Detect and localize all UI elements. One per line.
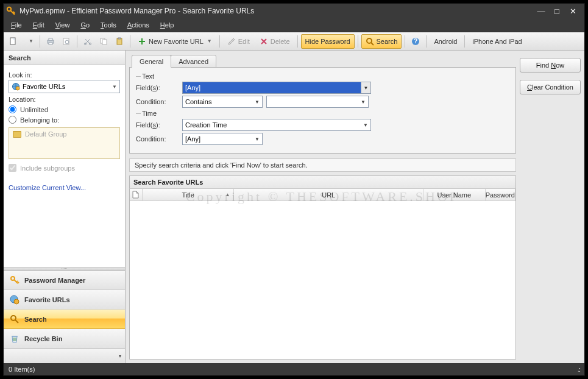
new-favorite-url-button[interactable]: New Favorite URL ▼ [133,34,216,49]
android-button[interactable]: Android [430,34,461,49]
radio-unlimited[interactable]: Unlimited [9,105,120,113]
globe-lock-icon [10,295,19,305]
open-button[interactable]: ▼ [22,34,37,49]
text-fields-combo[interactable]: [Any] ▼ [182,82,371,94]
paste-button[interactable] [112,34,127,49]
title-bar: MyPwd.epmw - Efficient Password Manager … [4,4,584,18]
text-fields-value: [Any] [185,84,200,91]
fieldset-time: Time Field(s): Creation Time▼ Condition: [136,110,509,145]
include-subgroups-check[interactable]: Include subgroups [9,164,120,172]
menu-go[interactable]: Go [76,19,94,30]
radio-unlimited-label: Unlimited [20,106,48,113]
nav-search-label: Search [24,316,47,323]
time-fields-combo[interactable]: Creation Time▼ [182,119,371,131]
col-password[interactable]: Password [486,189,515,200]
toolbar-separator [358,35,358,48]
app-window: MyPwd.epmw - Efficient Password Manager … [3,3,585,376]
find-now-button[interactable]: Find Now [520,58,581,73]
search-button[interactable]: Search [361,34,402,49]
toolbar-separator [219,35,220,48]
search-options: Look in: Favorite URLs ▼ Location: Unlim… [4,65,125,179]
svg-rect-4 [49,43,52,44]
nav-password-manager[interactable]: Password Manager [4,271,125,290]
print-preview-button[interactable] [59,34,74,49]
clear-condition-button[interactable]: Clear Condition [520,80,581,94]
text-legend: Text [142,73,509,80]
globe-icon [12,82,20,91]
menu-file[interactable]: File [6,19,27,30]
android-label: Android [434,38,457,45]
document-icon [132,191,139,199]
time-condition-combo[interactable]: [Any]▼ [182,133,263,145]
client-area: ▼ New Favorite URL ▼ Edit Delete [4,32,584,363]
cut-button[interactable] [80,34,95,49]
col-user-name[interactable]: User Name [423,189,486,200]
edit-button[interactable]: Edit [223,34,254,49]
toolbar-separator [405,35,405,48]
customize-view-link[interactable]: Customize Current View... [4,179,125,196]
text-condition-combo[interactable]: Contains▼ [182,96,263,108]
svg-point-21 [11,316,16,321]
search-label: Search [377,38,398,45]
app-key-icon [6,6,16,16]
text-fields-label: Field(s): [136,84,179,91]
toolbar-separator [40,35,40,48]
results-title: Search Favorite URLs [129,175,516,189]
main-area: Search Look in: Favorite URLs ▼ Location… [4,51,584,363]
nav-pm-label: Password Manager [24,277,85,284]
delete-button[interactable]: Delete [255,34,294,49]
nav-search[interactable]: Search [4,310,125,329]
hide-password-label: Hide Password [305,38,350,45]
search-icon [10,314,19,324]
iphone-label: iPhone And iPad [472,38,522,45]
fieldset-text: Text Field(s): [Any] ▼ Condition: [136,73,509,108]
svg-point-13 [367,38,372,43]
edit-label: Edit [238,38,250,45]
nav-fav-label: Favorite URLs [24,296,70,303]
maximize-button[interactable]: □ [551,7,562,16]
col-title[interactable]: Title▲ [143,189,235,200]
action-buttons: Find Now Clear Condition [520,54,581,360]
copy-button[interactable] [96,34,111,49]
time-condition-value: [Any] [185,135,200,143]
col-url[interactable]: URL [234,189,423,200]
results-grid: Title▲ URL User Name Password Copyright … [129,189,516,360]
look-in-combo[interactable]: Favorite URLs ▼ [9,80,120,93]
folder-icon [13,131,21,138]
help-button[interactable]: ? [408,34,423,49]
toolbar-separator [297,35,298,48]
group-selector: Default Group [9,127,120,159]
close-button[interactable]: ✕ [567,7,578,16]
menu-tools[interactable]: Tools [96,19,121,30]
menu-bar: File Edit View Go Tools Actions Help [4,18,584,32]
nav-recycle-label: Recycle Bin [24,335,62,342]
menu-view[interactable]: View [51,19,75,30]
main-toolbar: ▼ New Favorite URL ▼ Edit Delete [4,32,584,51]
nav-recycle-bin[interactable]: Recycle Bin [4,329,125,349]
text-condition-label: Condition: [136,98,179,105]
menu-help[interactable]: Help [155,19,179,30]
status-item-count: 0 Item(s) [9,366,35,373]
radio-belonging-to[interactable]: Belonging to: [9,116,120,124]
hide-password-button[interactable]: Hide Password [301,34,355,49]
search-hint: Specify search criteria and click 'Find … [129,158,516,172]
tab-general[interactable]: General [132,55,171,68]
text-condition-value-combo[interactable]: ▼ [266,96,369,108]
nav-favorite-urls[interactable]: Favorite URLs [4,290,125,310]
menu-actions[interactable]: Actions [122,19,154,30]
content-area: General Advanced Text Field(s): [Any] ▼ [126,51,584,363]
minimize-button[interactable]: — [536,7,547,16]
criteria-tabs: General Advanced [129,54,516,68]
time-fields-value: Creation Time [185,121,227,129]
col-icon[interactable] [130,189,143,200]
new-doc-button[interactable] [6,34,21,49]
menu-edit[interactable]: Edit [28,19,49,30]
nav-more-button[interactable]: ▾ [4,349,125,363]
tab-advanced[interactable]: Advanced [171,55,216,68]
include-subgroups-label: Include subgroups [20,165,75,172]
resize-grip-icon[interactable]: .:: [578,366,579,373]
content-main: General Advanced Text Field(s): [Any] ▼ [129,54,516,360]
print-button[interactable] [43,34,58,49]
iphone-button[interactable]: iPhone And iPad [468,34,526,49]
nav-list: Password Manager Favorite URLs Search Re… [4,271,125,349]
